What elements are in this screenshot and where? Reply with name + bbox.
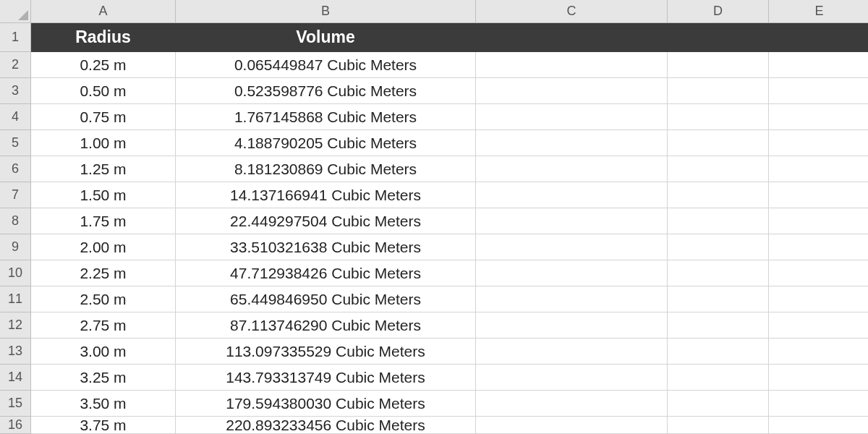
cell-empty[interactable]: [769, 130, 868, 156]
cell-empty[interactable]: [476, 130, 668, 156]
cell-empty[interactable]: [769, 208, 868, 234]
cell-empty[interactable]: [668, 260, 769, 286]
row-header-11[interactable]: 11: [0, 286, 31, 312]
cell-empty[interactable]: [476, 286, 668, 312]
cell-volume[interactable]: 33.510321638 Cubic Meters: [176, 234, 476, 260]
cell-empty[interactable]: [476, 312, 668, 339]
header-volume[interactable]: Volume: [176, 23, 476, 52]
row-header-15[interactable]: 15: [0, 391, 31, 417]
cell-empty[interactable]: [769, 417, 868, 434]
cell-radius[interactable]: 1.25 m: [31, 156, 176, 182]
cell-empty[interactable]: [668, 391, 769, 417]
row-header-16[interactable]: 16: [0, 417, 31, 434]
cell-empty[interactable]: [668, 234, 769, 260]
cell-empty[interactable]: [769, 365, 868, 391]
select-all-corner[interactable]: [0, 0, 31, 23]
cell-empty[interactable]: [476, 260, 668, 286]
cell-volume[interactable]: 4.188790205 Cubic Meters: [176, 130, 476, 156]
row-header-4[interactable]: 4: [0, 104, 31, 130]
header-radius[interactable]: Radius: [31, 23, 176, 52]
cell-radius[interactable]: 3.75 m: [31, 417, 176, 434]
cell-empty[interactable]: [668, 417, 769, 434]
cell-radius[interactable]: 3.25 m: [31, 365, 176, 391]
row-header-9[interactable]: 9: [0, 234, 31, 260]
row-header-12[interactable]: 12: [0, 312, 31, 339]
cell-empty[interactable]: [668, 182, 769, 208]
row-header-5[interactable]: 5: [0, 130, 31, 156]
cell-empty[interactable]: [769, 78, 868, 104]
cell-empty[interactable]: [668, 130, 769, 156]
row-header-7[interactable]: 7: [0, 182, 31, 208]
col-header-E[interactable]: E: [769, 0, 868, 23]
col-header-B[interactable]: B: [176, 0, 476, 23]
cell-radius[interactable]: 0.25 m: [31, 52, 176, 78]
cell-empty[interactable]: [769, 391, 868, 417]
cell-empty[interactable]: [476, 156, 668, 182]
cell-empty[interactable]: [769, 182, 868, 208]
cell-empty[interactable]: [769, 260, 868, 286]
row-header-14[interactable]: 14: [0, 365, 31, 391]
cell-empty[interactable]: [476, 208, 668, 234]
cell-radius[interactable]: 3.00 m: [31, 339, 176, 365]
cell-empty[interactable]: [769, 104, 868, 130]
cell-radius[interactable]: 2.25 m: [31, 260, 176, 286]
cell-radius[interactable]: 0.50 m: [31, 78, 176, 104]
cell-empty[interactable]: [668, 78, 769, 104]
cell-empty[interactable]: [668, 156, 769, 182]
cell-empty[interactable]: [668, 339, 769, 365]
cell-volume[interactable]: 0.065449847 Cubic Meters: [176, 52, 476, 78]
cell-empty[interactable]: [769, 339, 868, 365]
cell-empty[interactable]: [769, 312, 868, 339]
cell-volume[interactable]: 1.767145868 Cubic Meters: [176, 104, 476, 130]
cell-volume[interactable]: 8.181230869 Cubic Meters: [176, 156, 476, 182]
cell-empty[interactable]: [476, 417, 668, 434]
header-blank-c[interactable]: [476, 23, 668, 52]
cell-radius[interactable]: 1.75 m: [31, 208, 176, 234]
header-blank-d[interactable]: [668, 23, 769, 52]
cell-empty[interactable]: [769, 52, 868, 78]
cell-empty[interactable]: [769, 234, 868, 260]
cell-radius[interactable]: 1.00 m: [31, 130, 176, 156]
row-header-3[interactable]: 3: [0, 78, 31, 104]
cell-volume[interactable]: 65.449846950 Cubic Meters: [176, 286, 476, 312]
row-header-6[interactable]: 6: [0, 156, 31, 182]
cell-empty[interactable]: [769, 156, 868, 182]
col-header-D[interactable]: D: [668, 0, 769, 23]
cell-empty[interactable]: [476, 365, 668, 391]
cell-radius[interactable]: 3.50 m: [31, 391, 176, 417]
cell-empty[interactable]: [668, 208, 769, 234]
cell-empty[interactable]: [476, 78, 668, 104]
cell-volume[interactable]: 47.712938426 Cubic Meters: [176, 260, 476, 286]
cell-empty[interactable]: [476, 52, 668, 78]
cell-empty[interactable]: [769, 286, 868, 312]
cell-empty[interactable]: [476, 391, 668, 417]
row-header-8[interactable]: 8: [0, 208, 31, 234]
row-header-13[interactable]: 13: [0, 339, 31, 365]
cell-empty[interactable]: [668, 52, 769, 78]
cell-volume[interactable]: 0.523598776 Cubic Meters: [176, 78, 476, 104]
cell-volume[interactable]: 22.449297504 Cubic Meters: [176, 208, 476, 234]
cell-radius[interactable]: 1.50 m: [31, 182, 176, 208]
cell-empty[interactable]: [476, 182, 668, 208]
cell-volume[interactable]: 220.893233456 Cubic Meters: [176, 417, 476, 434]
cell-volume[interactable]: 179.594380030 Cubic Meters: [176, 391, 476, 417]
cell-empty[interactable]: [476, 339, 668, 365]
col-header-A[interactable]: A: [31, 0, 176, 23]
row-header-10[interactable]: 10: [0, 260, 31, 286]
cell-empty[interactable]: [668, 104, 769, 130]
cell-radius[interactable]: 0.75 m: [31, 104, 176, 130]
cell-volume[interactable]: 113.097335529 Cubic Meters: [176, 339, 476, 365]
header-blank-e[interactable]: [769, 23, 868, 52]
cell-volume[interactable]: 14.137166941 Cubic Meters: [176, 182, 476, 208]
row-header-2[interactable]: 2: [0, 52, 31, 78]
cell-volume[interactable]: 87.113746290 Cubic Meters: [176, 312, 476, 339]
cell-empty[interactable]: [668, 312, 769, 339]
cell-empty[interactable]: [668, 286, 769, 312]
cell-empty[interactable]: [476, 234, 668, 260]
col-header-C[interactable]: C: [476, 0, 668, 23]
cell-radius[interactable]: 2.00 m: [31, 234, 176, 260]
cell-radius[interactable]: 2.75 m: [31, 312, 176, 339]
row-header-1[interactable]: 1: [0, 23, 31, 52]
cell-radius[interactable]: 2.50 m: [31, 286, 176, 312]
cell-empty[interactable]: [476, 104, 668, 130]
